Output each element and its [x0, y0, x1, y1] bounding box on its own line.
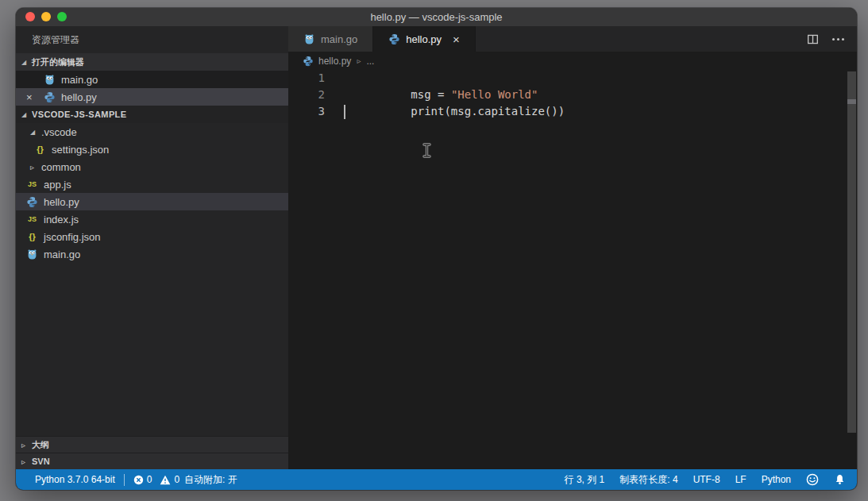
open-editor-item-hello-py[interactable]: × hello.py	[16, 88, 288, 106]
tree-item-label: common	[41, 161, 81, 173]
warning-count: 0	[174, 474, 179, 485]
open-editors-label: 打开的编辑器	[32, 56, 84, 68]
window-title: hello.py — vscode-js-sample	[16, 8, 857, 26]
code-editor[interactable]: 1msg = "Hello World" 2print(msg.capitali…	[288, 70, 857, 469]
warning-icon	[160, 475, 171, 485]
go-file-icon	[44, 74, 56, 86]
status-divider	[124, 474, 125, 486]
error-count: 0	[147, 474, 152, 485]
open-editor-label: hello.py	[61, 91, 97, 103]
feedback-smiley-icon[interactable]	[806, 473, 819, 486]
breadcrumb-chevron-icon: ▹	[357, 56, 361, 65]
code-line-1: 1msg = "Hello World"	[288, 70, 857, 87]
tab-main-go[interactable]: main.go	[288, 26, 373, 52]
auto-attach-status[interactable]: 自动附加: 开	[184, 473, 237, 487]
tree-item-label: jsconfig.json	[44, 231, 101, 243]
tree-item-label: hello.py	[44, 196, 79, 208]
eol-status[interactable]: LF	[735, 474, 746, 485]
vscode-window: hello.py — vscode-js-sample 资源管理器 ◢ 打开的编…	[16, 8, 857, 490]
chevron-collapsed-icon: ▹	[21, 441, 32, 449]
js-file-icon: JS	[26, 214, 38, 225]
chevron-expanded-icon: ◢	[30, 129, 41, 136]
tree-item-label: settings.json	[52, 144, 109, 156]
language-mode-status[interactable]: Python	[762, 474, 791, 485]
chevron-expanded-icon: ◢	[21, 111, 32, 118]
chevron-expanded-icon: ◢	[21, 59, 32, 66]
tree-item-settings-json[interactable]: {} settings.json	[16, 141, 288, 158]
project-root-label: VSCODE-JS-SAMPLE	[32, 110, 126, 119]
zoom-window-button[interactable]	[57, 12, 67, 21]
editor-scrollbar-thumb[interactable]	[847, 71, 856, 433]
close-editor-icon[interactable]: ×	[26, 91, 44, 103]
tree-item-label: .vscode	[41, 126, 77, 138]
notifications-bell-icon[interactable]	[834, 473, 846, 486]
split-editor-icon[interactable]	[807, 33, 819, 45]
svn-panel-header[interactable]: ▹ SVN	[16, 453, 288, 469]
mouse-cursor-ibeam	[422, 143, 431, 158]
tree-item-main-go[interactable]: main.go	[16, 245, 288, 263]
go-file-icon	[303, 33, 315, 45]
svn-panel-label: SVN	[32, 457, 50, 466]
traffic-lights	[25, 12, 67, 21]
editor-group: main.go hello.py ×	[288, 26, 857, 469]
chevron-collapsed-icon: ▹	[21, 457, 32, 466]
close-tab-icon[interactable]: ×	[453, 33, 460, 45]
tab-hello-py[interactable]: hello.py ×	[373, 26, 476, 52]
project-root-header[interactable]: ◢ VSCODE-JS-SAMPLE	[16, 106, 288, 123]
tree-item-label: app.js	[44, 179, 71, 191]
code-line-3: 3	[288, 103, 857, 120]
outline-panel-label: 大纲	[32, 439, 49, 451]
sidebar-empty-space	[16, 263, 288, 436]
json-file-icon: {}	[34, 144, 46, 156]
python-file-icon	[388, 33, 400, 45]
python-file-icon	[303, 56, 314, 67]
error-icon	[133, 475, 144, 485]
tree-item-common-folder[interactable]: ▹ common	[16, 158, 288, 175]
text-cursor	[344, 105, 345, 119]
tree-item-label: index.js	[44, 214, 79, 225]
chevron-collapsed-icon: ▹	[30, 163, 41, 171]
tree-item-vscode-folder[interactable]: ◢ .vscode	[16, 123, 288, 141]
problems-status[interactable]: 0 0	[133, 474, 184, 485]
open-editors-header[interactable]: ◢ 打开的编辑器	[16, 53, 288, 71]
open-editor-label: main.go	[61, 74, 98, 86]
line-number: 3	[288, 103, 325, 120]
breadcrumb[interactable]: hello.py ▹ ...	[288, 52, 857, 70]
minimize-window-button[interactable]	[41, 12, 51, 21]
tab-label: hello.py	[406, 33, 442, 45]
explorer-title: 资源管理器	[16, 26, 288, 53]
js-file-icon: JS	[26, 179, 38, 191]
cursor-position-status[interactable]: 行 3, 列 1	[565, 473, 605, 487]
tab-label: main.go	[321, 33, 357, 45]
tree-item-index-js[interactable]: JS index.js	[16, 210, 288, 228]
more-actions-icon[interactable]	[832, 38, 844, 40]
python-file-icon	[44, 91, 56, 103]
tree-item-jsconfig-json[interactable]: {} jsconfig.json	[16, 228, 288, 245]
editor-tabbar: main.go hello.py ×	[288, 26, 857, 52]
code-line-2: 2print(msg.capitalize())	[288, 87, 857, 103]
open-editor-item-main-go[interactable]: main.go	[16, 71, 288, 88]
titlebar[interactable]: hello.py — vscode-js-sample	[16, 8, 857, 26]
explorer-sidebar: 资源管理器 ◢ 打开的编辑器 main.go × hello.py ◢	[16, 26, 288, 469]
status-bar: Python 3.7.0 64-bit 0 0 自动附加: 开 行 3, 列 1…	[16, 469, 857, 490]
overview-ruler-marker	[847, 99, 856, 104]
outline-panel-header[interactable]: ▹ 大纲	[16, 436, 288, 453]
line-number: 2	[288, 87, 325, 103]
tree-item-label: main.go	[44, 249, 80, 260]
breadcrumb-more: ...	[366, 56, 374, 67]
python-interpreter-status[interactable]: Python 3.7.0 64-bit	[35, 474, 115, 485]
close-window-button[interactable]	[25, 12, 35, 21]
indentation-status[interactable]: 制表符长度: 4	[619, 473, 677, 487]
go-file-icon	[26, 249, 38, 260]
encoding-status[interactable]: UTF-8	[693, 474, 720, 485]
tree-item-app-js[interactable]: JS app.js	[16, 175, 288, 193]
breadcrumb-file-name: hello.py	[318, 56, 351, 67]
line-number: 1	[288, 70, 325, 87]
python-file-icon	[26, 196, 38, 208]
tree-item-hello-py[interactable]: hello.py	[16, 193, 288, 210]
json-file-icon: {}	[26, 231, 38, 243]
